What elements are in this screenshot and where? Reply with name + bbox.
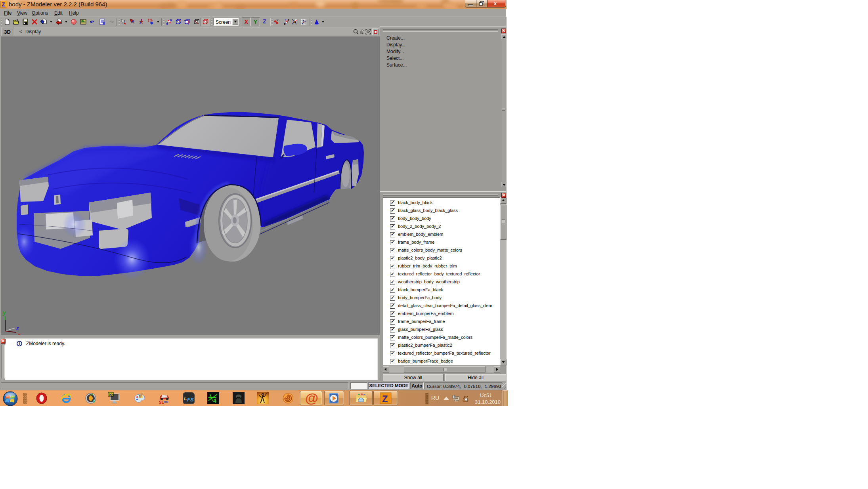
svg-text:Z: Z xyxy=(382,393,388,404)
svg-text:FS: FS xyxy=(187,397,194,403)
svg-text:x: x xyxy=(17,332,21,335)
svg-text:RR: RR xyxy=(164,400,168,404)
svg-text:L: L xyxy=(184,395,187,401)
svg-text:z: z xyxy=(16,325,19,331)
svg-text:y: y xyxy=(2,309,6,316)
svg-text:4: 4 xyxy=(213,397,216,404)
svg-text:99: 99 xyxy=(109,393,113,397)
svg-text:9: 9 xyxy=(93,399,95,403)
svg-text:SL: SL xyxy=(159,400,164,405)
